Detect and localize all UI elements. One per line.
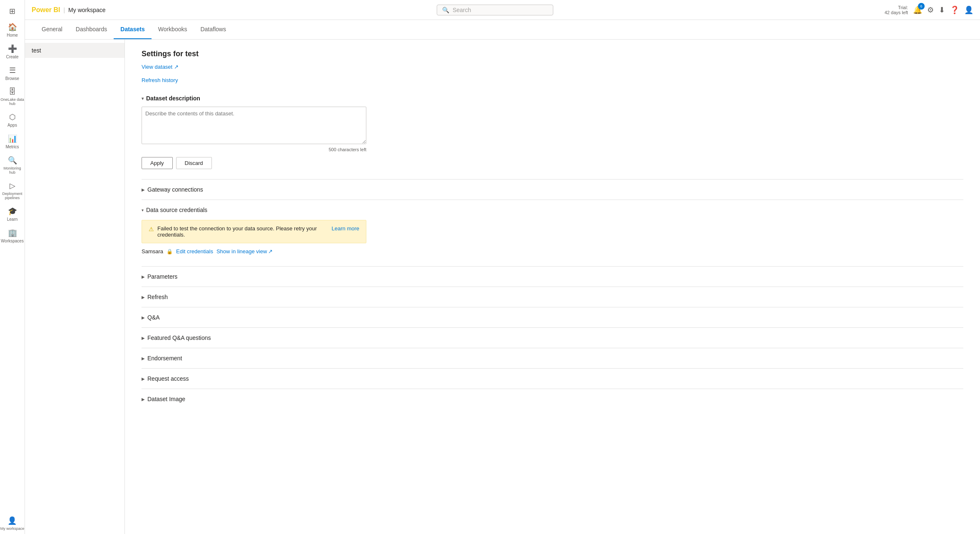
warning-message: Failed to test the connection to your da…	[157, 225, 327, 238]
dataset-image-chevron-icon: ▶	[142, 397, 145, 402]
request-access-label: Request access	[147, 375, 189, 382]
dataset-image-section: ▶ Dataset Image	[142, 389, 963, 409]
data-source-credentials-section: ▾ Data source credentials ⚠ Failed to te…	[142, 200, 963, 266]
warning-box: ⚠ Failed to test the connection to your …	[142, 220, 366, 243]
warning-icon: ⚠	[149, 226, 154, 232]
notification-icon[interactable]: 🔔 6	[913, 5, 922, 15]
dataset-image-header[interactable]: ▶ Dataset Image	[142, 394, 963, 404]
workspace-label[interactable]: My workspace	[68, 7, 105, 13]
endorsement-header[interactable]: ▶ Endorsement	[142, 353, 963, 363]
discard-button[interactable]: Discard	[176, 157, 212, 169]
gateway-chevron-icon: ▶	[142, 187, 145, 192]
tab-workbooks[interactable]: Workbooks	[152, 20, 194, 39]
tab-general[interactable]: General	[35, 20, 69, 39]
endorsement-chevron-icon: ▶	[142, 356, 145, 361]
dataset-description-textarea[interactable]	[142, 107, 366, 144]
apps-icon: ⬡	[9, 112, 16, 122]
app-logo: Power BI	[32, 6, 60, 14]
settings-title: Settings for test	[142, 50, 963, 58]
topbar-right: Trial: 42 days left 🔔 6 ⚙ ⬇ ❓ 👤	[885, 5, 973, 15]
refresh-chevron-icon: ▶	[142, 295, 145, 299]
sidebar-home-label: Home	[7, 33, 18, 37]
tab-datasets[interactable]: Datasets	[114, 20, 151, 39]
view-dataset-link[interactable]: View dataset ↗	[142, 64, 179, 70]
view-dataset-label: View dataset	[142, 64, 172, 70]
sidebar-item-my-workspace[interactable]: 👤 My workspace	[0, 513, 25, 534]
sidebar-workspaces-label: Workspaces	[1, 239, 24, 243]
sidebar-browse-label: Browse	[5, 76, 19, 81]
sidebar-item-monitoring[interactable]: 🔍 Monitoring hub	[0, 152, 25, 178]
settings-icon[interactable]: ⚙	[927, 5, 934, 15]
data-source-credentials-header[interactable]: ▾ Data source credentials	[142, 205, 963, 215]
learn-icon: 🎓	[8, 207, 17, 216]
apps-grid-icon: ⊞	[9, 7, 15, 16]
description-chevron-icon: ▾	[142, 96, 144, 101]
tab-dashboards[interactable]: Dashboards	[69, 20, 114, 39]
sidebar-item-onelake[interactable]: 🗄 OneLake data hub	[0, 84, 25, 109]
featured-qna-chevron-icon: ▶	[142, 336, 145, 340]
browse-icon: ☰	[9, 66, 16, 75]
sidebar-item-home[interactable]: 🏠 Home	[0, 19, 25, 41]
download-icon[interactable]: ⬇	[939, 5, 945, 15]
trial-line1: Trial:	[885, 5, 908, 10]
sidebar-item-apps-grid[interactable]: ⊞	[0, 3, 25, 19]
onelake-icon: 🗄	[9, 87, 16, 96]
sidebar-onelake-label: OneLake data hub	[0, 97, 25, 106]
lineage-external-icon: ↗	[268, 248, 273, 255]
apply-button[interactable]: Apply	[142, 157, 173, 169]
data-source-credentials-label: Data source credentials	[146, 207, 207, 213]
datasource-name: Samsara	[142, 248, 163, 255]
request-access-header[interactable]: ▶ Request access	[142, 374, 963, 384]
sidebar-item-metrics[interactable]: 📊 Metrics	[0, 131, 25, 152]
parameters-header[interactable]: ▶ Parameters	[142, 272, 963, 282]
sidebar-my-workspace-label: My workspace	[0, 527, 25, 531]
sidebar-item-deployment[interactable]: ▷ Deployment pipelines	[0, 178, 25, 203]
credentials-chevron-icon: ▾	[142, 208, 144, 212]
help-icon[interactable]: ❓	[950, 5, 959, 15]
content-wrapper: test Settings for test View dataset ↗ Re…	[25, 40, 980, 534]
parameters-label: Parameters	[147, 273, 177, 280]
show-lineage-view-link[interactable]: Show in lineage view ↗	[216, 248, 273, 255]
request-access-chevron-icon: ▶	[142, 377, 145, 381]
left-sidebar: ⊞ 🏠 Home ➕ Create ☰ Browse 🗄 OneLake dat…	[0, 0, 25, 534]
sidebar-item-browse[interactable]: ☰ Browse	[0, 62, 25, 84]
dataset-description-header[interactable]: ▾ Dataset description	[142, 95, 963, 102]
topbar-separator: |	[63, 7, 65, 13]
sidebar-create-label: Create	[6, 55, 18, 59]
featured-qna-header[interactable]: ▶ Featured Q&A questions	[142, 333, 963, 343]
sidebar-learn-label: Learn	[7, 217, 18, 222]
qna-chevron-icon: ▶	[142, 315, 145, 320]
account-icon[interactable]: 👤	[964, 5, 973, 15]
dataset-sidebar-list: test	[25, 40, 125, 534]
create-icon: ➕	[8, 44, 17, 53]
refresh-label: Refresh	[147, 294, 168, 300]
settings-content: Settings for test View dataset ↗ Refresh…	[125, 40, 980, 534]
refresh-header[interactable]: ▶ Refresh	[142, 292, 963, 302]
credentials-row: Samsara 🔒 Edit credentials Show in linea…	[142, 248, 963, 255]
monitoring-icon: 🔍	[8, 156, 17, 165]
request-access-section: ▶ Request access	[142, 368, 963, 389]
refresh-history-link[interactable]: Refresh history	[142, 77, 178, 83]
sidebar-item-create[interactable]: ➕ Create	[0, 41, 25, 62]
description-buttons: Apply Discard	[142, 157, 963, 169]
gateway-connections-header[interactable]: ▶ Gateway connections	[142, 185, 963, 195]
sidebar-item-workspaces[interactable]: 🏢 Workspaces	[0, 225, 25, 247]
notification-badge: 6	[918, 3, 925, 10]
sidebar-deployment-label: Deployment pipelines	[0, 192, 25, 200]
endorsement-label: Endorsement	[147, 355, 182, 362]
featured-qna-label: Featured Q&A questions	[147, 334, 211, 341]
sidebar-item-learn[interactable]: 🎓 Learn	[0, 203, 25, 225]
tab-dataflows[interactable]: Dataflows	[194, 20, 232, 39]
qna-header[interactable]: ▶ Q&A	[142, 312, 963, 322]
trial-info: Trial: 42 days left	[885, 5, 908, 15]
search-placeholder: Search	[453, 7, 471, 13]
learn-more-link[interactable]: Learn more	[332, 225, 359, 232]
search-bar[interactable]: 🔍 Search	[437, 5, 553, 15]
sidebar-item-apps[interactable]: ⬡ Apps	[0, 109, 25, 131]
dataset-list-item-test[interactable]: test	[25, 43, 124, 58]
dataset-description-section: ▾ Dataset description 500 characters lef…	[142, 95, 963, 169]
search-icon: 🔍	[442, 7, 449, 13]
main-area: Power BI | My workspace 🔍 Search Trial: …	[25, 0, 980, 534]
char-count: 500 characters left	[142, 147, 366, 152]
edit-credentials-link[interactable]: Edit credentials	[176, 248, 213, 255]
